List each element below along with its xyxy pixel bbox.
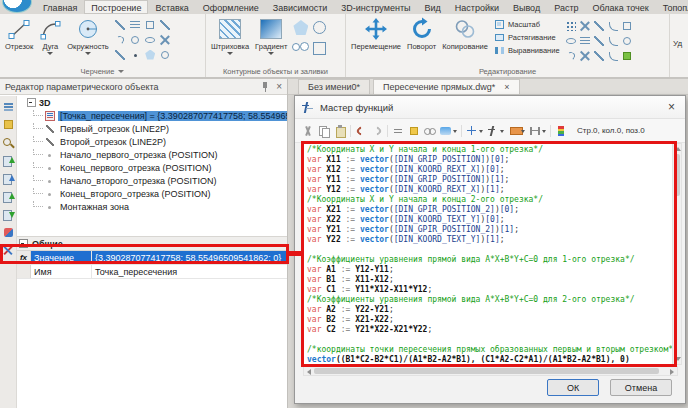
scale-button[interactable]: Масштаб (492, 19, 562, 30)
panel-close-button[interactable]: × (276, 82, 282, 92)
function-icon[interactable] (487, 125, 504, 137)
ellipse-icon[interactable] (144, 34, 156, 46)
paste-icon[interactable] (334, 125, 346, 137)
equals-icon[interactable] (392, 125, 404, 137)
property-row-name[interactable]: Имя Точка_пересечения (17, 265, 287, 279)
ribbon-tab[interactable]: Настройки (448, 0, 506, 14)
explode-icon[interactable] (621, 20, 633, 32)
ribbon-tab[interactable]: Главная (36, 0, 84, 14)
undo-icon[interactable] (355, 125, 367, 137)
property-section-header[interactable]: Общие (17, 236, 287, 251)
hatch-lines-icon[interactable] (129, 19, 141, 31)
vertical-scrollbar[interactable] (672, 143, 682, 365)
ribbon-tab[interactable]: Растр (547, 0, 585, 14)
ribbon-tab[interactable]: Вид (418, 0, 448, 14)
construction-line-icon[interactable] (159, 34, 171, 46)
segment-button[interactable]: Отрезок (3, 17, 35, 51)
link-icon[interactable] (424, 125, 436, 137)
ribbon-tab[interactable]: Топоплан (656, 0, 688, 14)
group-expand-icon[interactable] (118, 70, 124, 73)
match-properties-icon[interactable] (621, 50, 633, 62)
extend-icon[interactable] (593, 20, 605, 32)
blend-curves-icon[interactable] (607, 50, 619, 62)
insert-field-icon[interactable] (408, 125, 420, 137)
redo-icon[interactable] (371, 125, 383, 137)
tree-item[interactable]: Монтажная зона (17, 200, 287, 213)
circle-button[interactable]: Окружность (65, 17, 110, 55)
contour-icon[interactable] (292, 19, 309, 36)
tree-item[interactable]: Начало_первого_отрезка (POSITION) (17, 148, 287, 161)
boundary-icon[interactable] (292, 40, 309, 57)
trim-icon[interactable] (579, 20, 591, 32)
document-tab-untitled[interactable]: Без имени0* (298, 79, 370, 94)
tree-item[interactable]: Первый_отрезок (LINE2P) (17, 122, 287, 135)
break-icon[interactable] (593, 35, 605, 47)
scroll-right-icon[interactable] (670, 369, 674, 375)
rotate-button[interactable]: Поворот (405, 17, 438, 51)
polyline-icon[interactable] (114, 19, 126, 31)
insert-icon[interactable] (508, 125, 525, 137)
revision-cloud-icon[interactable] (311, 19, 328, 36)
tree-root[interactable]: 3D (17, 96, 287, 109)
ribbon-tab[interactable]: Оформление (196, 0, 266, 14)
cut-icon[interactable] (302, 125, 314, 137)
scrollbar-thumb[interactable] (314, 368, 659, 374)
horizontal-scrollbar[interactable] (303, 366, 678, 376)
tab-close-icon[interactable]: × (504, 82, 509, 92)
scroll-down-icon[interactable] (675, 357, 681, 361)
delete-icon[interactable] (2, 244, 15, 257)
stretch-button[interactable]: Растягивание (492, 32, 562, 43)
signs-icon[interactable] (466, 125, 483, 137)
array-icon[interactable] (565, 20, 577, 32)
erase-icon[interactable] (579, 50, 591, 62)
copy-button[interactable]: Копирование (440, 17, 490, 51)
move-down-icon[interactable] (2, 208, 15, 221)
colors-icon[interactable] (555, 125, 567, 137)
code-editor[interactable]: /*Координаты X и Y начала и конца 1-ого … (303, 143, 675, 365)
offset-icon[interactable] (579, 35, 591, 47)
spiral-icon[interactable] (129, 34, 141, 46)
wipeout-icon[interactable] (311, 40, 328, 57)
tree-item[interactable]: Начало_второго_отрезка (POSITION) (17, 174, 287, 187)
scrollbar-thumb[interactable] (674, 154, 680, 196)
tree-structure-icon[interactable] (2, 100, 15, 113)
scroll-left-icon[interactable] (307, 369, 311, 375)
align-button[interactable]: Выравнивание (492, 45, 562, 56)
ribbon-tab[interactable]: Построение (84, 0, 148, 14)
copy-icon[interactable] (318, 125, 330, 137)
circle-2pt-icon[interactable] (159, 49, 171, 61)
update-icon[interactable] (2, 226, 15, 239)
property-value[interactable]: Точка_пересечения (92, 265, 287, 278)
mirror-icon[interactable] (565, 35, 577, 47)
fillet-icon[interactable] (607, 20, 619, 32)
chamfer-icon[interactable] (607, 35, 619, 47)
property-row-value[interactable]: fx Значение {3.390287077417758; 58.55496… (17, 251, 287, 265)
dialog-title-bar[interactable]: Мастер функций × (295, 96, 685, 119)
spline-icon[interactable] (114, 34, 126, 46)
dialog-close-button[interactable]: × (665, 101, 678, 113)
line-type-icon[interactable] (159, 19, 171, 31)
multiline-icon[interactable] (114, 49, 126, 61)
tree-item[interactable]: Конец_первого_отрезка (POSITION) (17, 161, 287, 174)
move-up-icon[interactable] (2, 190, 15, 203)
move-button[interactable]: Перемещение (349, 17, 403, 51)
cancel-button[interactable]: Отмена (610, 379, 672, 396)
tree-item[interactable]: [Точка_пересечения] = {3.390287077417758… (17, 109, 287, 122)
ok-button[interactable]: ОК (547, 379, 599, 396)
ribbon-tab[interactable]: Зависимости (266, 0, 335, 14)
search-icon[interactable] (2, 136, 15, 149)
tree-item[interactable]: Второй_отрезок (LINE2P) (17, 135, 287, 148)
lengthen-icon[interactable] (565, 50, 577, 62)
document-tab-intersection[interactable]: Пересечение прямых.dwg* × (373, 79, 519, 94)
ribbon-tab[interactable]: Вывод (506, 0, 547, 14)
pin-icon[interactable] (261, 82, 269, 92)
collapse-icon[interactable] (27, 98, 36, 107)
hatch-button[interactable]: Штриховка (209, 17, 251, 55)
gradient-button[interactable]: Градиент (253, 17, 289, 55)
join-icon[interactable] (621, 35, 633, 47)
sync-icon[interactable] (440, 125, 457, 137)
point-icon[interactable] (129, 49, 141, 61)
add-parameter-icon[interactable] (2, 154, 15, 167)
ribbon-tab[interactable]: Облака точек (586, 0, 656, 14)
palette-icon[interactable] (2, 118, 15, 131)
